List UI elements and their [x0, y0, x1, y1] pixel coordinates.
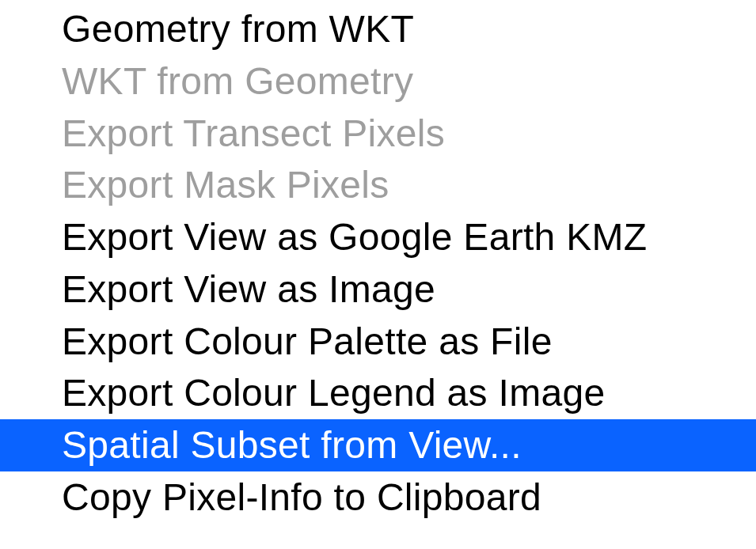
menu-item-wkt-from-geometry: WKT from Geometry [0, 55, 756, 108]
menu-item-export-mask-pixels: Export Mask Pixels [0, 159, 756, 211]
menu-item-geometry-from-wkt[interactable]: Geometry from WKT [0, 3, 756, 55]
menu-item-export-colour-palette[interactable]: Export Colour Palette as File [0, 316, 756, 368]
menu-item-export-view-image[interactable]: Export View as Image [0, 263, 756, 316]
menu-item-export-colour-legend[interactable]: Export Colour Legend as Image [0, 367, 756, 419]
context-menu: Geometry from WKT WKT from Geometry Expo… [0, 0, 756, 524]
menu-item-copy-pixel-info[interactable]: Copy Pixel-Info to Clipboard [0, 471, 756, 524]
menu-item-export-view-kmz[interactable]: Export View as Google Earth KMZ [0, 211, 756, 263]
menu-item-spatial-subset[interactable]: Spatial Subset from View... [0, 419, 756, 471]
menu-item-export-transect-pixels: Export Transect Pixels [0, 108, 756, 160]
